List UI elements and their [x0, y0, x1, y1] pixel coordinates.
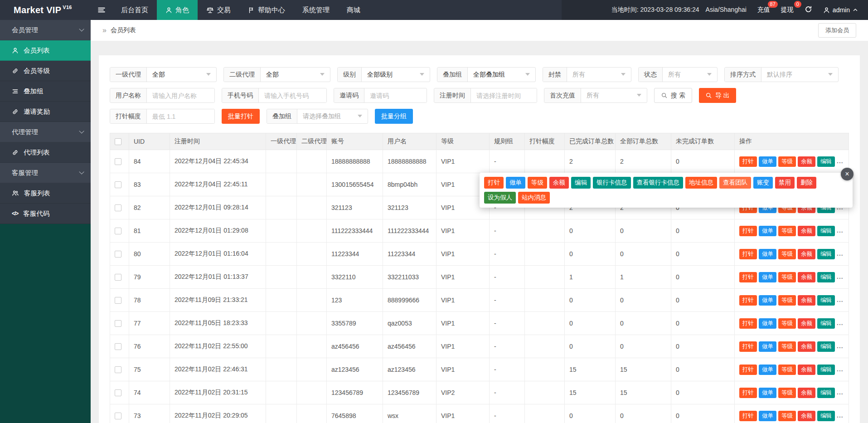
- nav-item-mall[interactable]: 商城: [338, 0, 369, 20]
- row-checkbox[interactable]: [115, 251, 121, 258]
- action-button[interactable]: 编辑: [817, 341, 835, 352]
- action-button[interactable]: 余额: [798, 318, 815, 329]
- action-button[interactable]: 等级: [778, 365, 796, 375]
- action-button[interactable]: 编辑: [571, 177, 591, 189]
- batch-group-button[interactable]: 批量分组: [375, 109, 413, 124]
- action-button[interactable]: 打针: [739, 388, 757, 398]
- action-button[interactable]: 查看团队: [719, 177, 751, 189]
- action-button[interactable]: 打针: [739, 226, 757, 236]
- more-actions-button[interactable]: ...: [837, 412, 844, 419]
- action-button[interactable]: 余额: [798, 295, 815, 306]
- more-actions-button[interactable]: ...: [837, 273, 844, 280]
- needle-range-input[interactable]: [147, 109, 214, 123]
- action-button[interactable]: 编辑: [817, 295, 835, 306]
- nav-item-dashboard[interactable]: 后台首页: [112, 0, 157, 20]
- more-actions-button[interactable]: ...: [837, 319, 844, 326]
- sidebar-group-agent-management[interactable]: 代理管理: [0, 122, 91, 142]
- sidebar-item-member-level[interactable]: 会员等级: [0, 61, 91, 81]
- more-actions-button[interactable]: ...: [837, 365, 844, 373]
- filter-input-field[interactable]: 邀请码: [334, 88, 427, 103]
- search-button[interactable]: 搜 索: [654, 88, 692, 103]
- action-button[interactable]: 打针: [739, 249, 757, 259]
- nav-item-system[interactable]: 系统管理: [294, 0, 338, 20]
- user-menu[interactable]: admin: [823, 6, 858, 14]
- export-button[interactable]: 导 出: [699, 88, 736, 103]
- more-actions-button[interactable]: ...: [837, 250, 844, 257]
- row-checkbox[interactable]: [115, 181, 121, 188]
- action-button[interactable]: 做单: [759, 156, 776, 167]
- sidebar-item-invite-reward[interactable]: 邀请奖励: [0, 102, 91, 122]
- more-actions-button[interactable]: ...: [837, 157, 844, 165]
- action-button[interactable]: 地址信息: [685, 177, 717, 189]
- row-checkbox[interactable]: [115, 413, 121, 419]
- filter-text-input[interactable]: [471, 88, 537, 102]
- sidebar-item-stack-group[interactable]: 叠加组: [0, 81, 91, 102]
- action-button[interactable]: 银行卡信息: [593, 177, 631, 189]
- filter-text-input[interactable]: [147, 88, 214, 102]
- sidebar-group-service-management[interactable]: 客服管理: [0, 163, 91, 183]
- filter-select[interactable]: 排序方式 默认排序: [724, 67, 839, 82]
- nav-item-trade[interactable]: 交易: [198, 0, 239, 20]
- action-button[interactable]: 做单: [759, 272, 776, 282]
- action-button[interactable]: 站内消息: [518, 192, 550, 204]
- action-button[interactable]: 做单: [759, 295, 776, 306]
- row-checkbox[interactable]: [115, 389, 121, 396]
- action-button[interactable]: 编辑: [817, 156, 835, 167]
- filter-select[interactable]: 级别 全部级别: [337, 67, 430, 82]
- filter-text-input[interactable]: [259, 88, 326, 102]
- action-button[interactable]: 等级: [778, 411, 796, 421]
- action-button[interactable]: 余额: [549, 177, 569, 189]
- action-button[interactable]: 余额: [798, 341, 815, 352]
- action-button[interactable]: 余额: [798, 249, 815, 259]
- more-actions-button[interactable]: ...: [837, 296, 844, 303]
- action-button[interactable]: 等级: [778, 388, 796, 398]
- row-checkbox[interactable]: [115, 274, 121, 281]
- filter-input-field[interactable]: 用户名称: [110, 88, 215, 103]
- filter-select[interactable]: 一级代理 全部: [110, 67, 217, 82]
- action-button[interactable]: 查看银行卡信息: [633, 177, 684, 189]
- more-actions-button[interactable]: ...: [837, 389, 844, 396]
- filter-select[interactable]: 状态 所有: [638, 67, 718, 82]
- filter-select[interactable]: 叠加组 全部叠加组: [437, 67, 536, 82]
- filter-text-input[interactable]: [364, 88, 427, 102]
- action-button[interactable]: 等级: [778, 272, 796, 282]
- action-button[interactable]: 做单: [759, 365, 776, 375]
- row-checkbox[interactable]: [115, 297, 121, 304]
- action-button[interactable]: 做单: [759, 318, 776, 329]
- row-checkbox[interactable]: [115, 204, 121, 211]
- row-checkbox[interactable]: [115, 158, 121, 165]
- action-button[interactable]: 编辑: [817, 365, 835, 375]
- sidebar-group-member-management[interactable]: 会员管理: [0, 20, 91, 40]
- row-checkbox[interactable]: [115, 320, 121, 327]
- action-button[interactable]: 打针: [739, 341, 757, 352]
- more-actions-button[interactable]: ...: [837, 227, 844, 234]
- action-button[interactable]: 等级: [778, 226, 796, 236]
- action-button[interactable]: 打针: [739, 295, 757, 306]
- nav-item-roles[interactable]: 角色: [157, 0, 198, 20]
- filter-input-field[interactable]: 注册时间: [434, 88, 537, 103]
- sidebar-toggle-button[interactable]: [91, 0, 112, 20]
- action-button[interactable]: 删除: [797, 177, 816, 189]
- nav-item-help-center[interactable]: 帮助中心: [239, 0, 294, 20]
- sidebar-item-service-list[interactable]: 客服列表: [0, 183, 91, 204]
- action-button[interactable]: 账变: [753, 177, 773, 189]
- action-button[interactable]: 编辑: [817, 318, 835, 329]
- more-actions-button[interactable]: ...: [837, 342, 844, 350]
- action-button[interactable]: 打针: [484, 177, 504, 189]
- action-button[interactable]: 做单: [759, 226, 776, 236]
- action-button[interactable]: 做单: [759, 341, 776, 352]
- action-button[interactable]: 编辑: [817, 388, 835, 398]
- action-button[interactable]: 余额: [798, 388, 815, 398]
- action-button[interactable]: 余额: [798, 365, 815, 375]
- sidebar-item-agent-list[interactable]: 代理列表: [0, 142, 91, 163]
- action-button[interactable]: 做单: [506, 177, 525, 189]
- action-button[interactable]: 编辑: [817, 272, 835, 282]
- action-button[interactable]: 等级: [778, 249, 796, 259]
- action-button[interactable]: 等级: [528, 177, 547, 189]
- action-button[interactable]: 余额: [798, 272, 815, 282]
- sidebar-item-member-list[interactable]: 会员列表: [0, 40, 91, 61]
- action-button[interactable]: 打针: [739, 318, 757, 329]
- action-button[interactable]: 打针: [739, 365, 757, 375]
- sidebar-item-service-code[interactable]: </> 客服代码: [0, 204, 91, 224]
- row-checkbox[interactable]: [115, 366, 121, 373]
